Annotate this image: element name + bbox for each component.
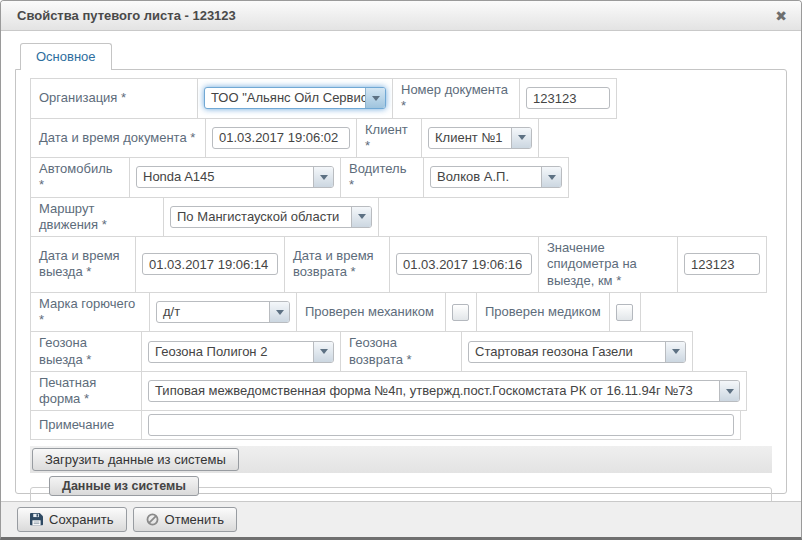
form-row: Автомобиль * Honda A145 Водитель * Волко… bbox=[30, 157, 772, 198]
chevron-down-icon[interactable] bbox=[665, 342, 685, 362]
note-label: Примечание bbox=[30, 410, 142, 440]
depart-datetime-input[interactable] bbox=[142, 253, 278, 275]
depart-datetime-field-cell bbox=[135, 236, 285, 293]
chevron-down-icon[interactable] bbox=[365, 88, 385, 108]
geozone-depart-combobox[interactable]: Геозона Полигон 2 bbox=[148, 341, 334, 363]
waybill-properties-dialog: Свойства путевого листа - 123123 ✖ Основ… bbox=[0, 0, 802, 540]
load-data-toolbar: Загрузить данные из системы bbox=[30, 446, 772, 473]
vehicle-field-cell: Honda A145 bbox=[129, 157, 341, 198]
cancel-button-label: Отменить bbox=[165, 512, 224, 527]
odometer-depart-label: Значение спидометра на выезде, км * bbox=[538, 236, 678, 293]
fuel-brand-combobox[interactable]: д/т bbox=[156, 301, 290, 323]
route-value: По Мангистауской области bbox=[171, 207, 351, 227]
dialog-titlebar: Свойства путевого листа - 123123 ✖ bbox=[1, 1, 801, 31]
note-field-cell bbox=[141, 410, 741, 440]
route-combobox[interactable]: По Мангистауской области bbox=[170, 206, 372, 228]
odometer-depart-field-cell bbox=[677, 236, 767, 293]
checked-medic-checkbox[interactable] bbox=[616, 304, 633, 321]
form-row: Геозона выезда * Геозона Полигон 2 Геозо… bbox=[30, 331, 772, 372]
geozone-depart-field-cell: Геозона Полигон 2 bbox=[141, 331, 341, 372]
driver-combobox[interactable]: Волков А.П. bbox=[430, 166, 562, 188]
form-row: Маршрут движения * По Мангистауской обла… bbox=[30, 197, 772, 238]
vehicle-value: Honda A145 bbox=[137, 167, 313, 187]
dialog-title: Свойства путевого листа - 123123 bbox=[17, 8, 773, 23]
dialog-body: Основное Организация * ТОО "Альянс Ойл С… bbox=[1, 31, 801, 501]
tab-content-panel: Организация * ТОО "Альянс Ойл Сервис" г.… bbox=[15, 69, 787, 494]
geozone-depart-value: Геозона Полигон 2 bbox=[149, 342, 313, 362]
client-value: Клиент №1 bbox=[429, 128, 511, 148]
form-row: Дата и время выезда * Дата и время возвр… bbox=[30, 236, 772, 293]
form-row: Дата и время документа * Клиент * Клиент… bbox=[30, 118, 772, 159]
print-form-field-cell: Типовая межведомственная форма №4п, утве… bbox=[141, 371, 747, 412]
checked-medic-cell bbox=[609, 292, 641, 333]
driver-value: Волков А.П. bbox=[431, 167, 541, 187]
odometer-depart-input[interactable] bbox=[684, 253, 760, 275]
doc-datetime-input[interactable] bbox=[212, 127, 350, 149]
organization-value: ТОО "Альянс Ойл Сервис" г.Актау bbox=[205, 88, 365, 108]
fuel-brand-value: д/т bbox=[157, 302, 269, 322]
fuel-brand-field-cell: д/т bbox=[149, 292, 297, 333]
tab-strip: Основное bbox=[15, 43, 787, 69]
checked-medic-label: Проверен медиком bbox=[476, 292, 610, 333]
form-row: Марка горючего * д/т Проверен механиком … bbox=[30, 292, 772, 333]
load-system-data-button[interactable]: Загрузить данные из системы bbox=[32, 448, 239, 471]
close-icon[interactable]: ✖ bbox=[773, 8, 789, 24]
return-datetime-label: Дата и время возврата * bbox=[284, 236, 390, 293]
cancel-button[interactable]: Отменить bbox=[133, 507, 237, 532]
geozone-return-combobox[interactable]: Стартовая геозона Газели bbox=[468, 341, 686, 363]
driver-label: Водитель * bbox=[340, 157, 424, 198]
vehicle-combobox[interactable]: Honda A145 bbox=[136, 166, 334, 188]
return-datetime-input[interactable] bbox=[396, 253, 532, 275]
organization-combobox[interactable]: ТОО "Альянс Ойл Сервис" г.Актау bbox=[204, 87, 386, 109]
doc-number-input[interactable] bbox=[526, 87, 610, 109]
print-form-label: Печатная форма * bbox=[30, 371, 142, 412]
chevron-down-icon[interactable] bbox=[719, 381, 739, 401]
dialog-footer: Сохранить Отменить bbox=[1, 501, 801, 537]
organization-label: Организация * bbox=[30, 78, 198, 119]
fuel-brand-label: Марка горючего * bbox=[30, 292, 150, 333]
doc-number-field-cell bbox=[519, 78, 617, 119]
depart-datetime-label: Дата и время выезда * bbox=[30, 236, 136, 293]
geozone-return-label: Геозона возврата * bbox=[340, 331, 462, 372]
doc-datetime-field-cell bbox=[205, 118, 357, 159]
floppy-disk-icon bbox=[30, 513, 43, 526]
vehicle-label: Автомобиль * bbox=[30, 157, 130, 198]
note-input[interactable] bbox=[148, 414, 734, 436]
doc-number-label: Номер документа * bbox=[392, 78, 520, 119]
driver-field-cell: Волков А.П. bbox=[423, 157, 569, 198]
chevron-down-icon[interactable] bbox=[541, 167, 561, 187]
print-form-value: Типовая межведомственная форма №4п, утве… bbox=[149, 381, 719, 401]
chevron-down-icon[interactable] bbox=[313, 167, 333, 187]
chevron-down-icon[interactable] bbox=[269, 302, 289, 322]
checked-mechanic-checkbox[interactable] bbox=[452, 304, 469, 321]
geozone-return-field-cell: Стартовая геозона Газели bbox=[461, 331, 693, 372]
geozone-return-value: Стартовая геозона Газели bbox=[469, 342, 665, 362]
route-label: Маршрут движения * bbox=[30, 197, 164, 238]
checked-mechanic-label: Проверен механиком bbox=[296, 292, 446, 333]
return-datetime-field-cell bbox=[389, 236, 539, 293]
doc-datetime-label: Дата и время документа * bbox=[30, 118, 206, 159]
cancel-circle-icon bbox=[146, 513, 159, 526]
chevron-down-icon[interactable] bbox=[511, 128, 531, 148]
route-field-cell: По Мангистауской области bbox=[163, 197, 379, 238]
client-field-cell: Клиент №1 bbox=[421, 118, 539, 159]
system-data-fieldset: Данные из системы Факт.дата и время выез… bbox=[30, 487, 772, 501]
tab-main[interactable]: Основное bbox=[20, 43, 112, 70]
save-button[interactable]: Сохранить bbox=[17, 507, 127, 532]
form-row: Примечание bbox=[30, 410, 772, 440]
geozone-depart-label: Геозона выезда * bbox=[30, 331, 142, 372]
print-form-combobox[interactable]: Типовая межведомственная форма №4п, утве… bbox=[148, 380, 740, 402]
organization-field-cell: ТОО "Альянс Ойл Сервис" г.Актау bbox=[197, 78, 393, 119]
client-label: Клиент * bbox=[356, 118, 422, 159]
system-data-legend: Данные из системы bbox=[49, 476, 199, 496]
form-row: Печатная форма * Типовая межведомственна… bbox=[30, 371, 772, 412]
save-button-label: Сохранить bbox=[49, 512, 114, 527]
chevron-down-icon[interactable] bbox=[351, 207, 371, 227]
client-combobox[interactable]: Клиент №1 bbox=[428, 127, 532, 149]
checked-mechanic-cell bbox=[445, 292, 477, 333]
chevron-down-icon[interactable] bbox=[313, 342, 333, 362]
form-row: Организация * ТОО "Альянс Ойл Сервис" г.… bbox=[30, 78, 772, 119]
